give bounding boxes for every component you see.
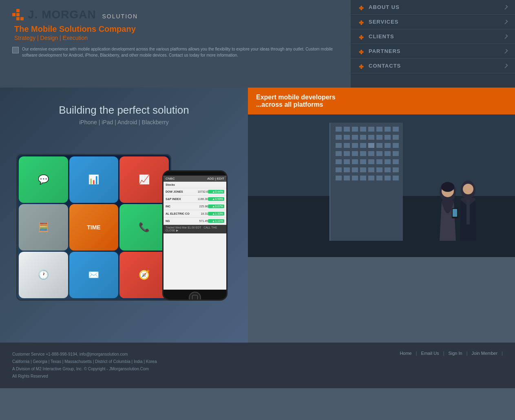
stock-buttons: ADD | EDIT	[207, 177, 224, 180]
svg-rect-43	[336, 167, 342, 172]
svg-rect-35	[336, 159, 342, 164]
footer-link-email[interactable]: Email Us	[421, 351, 439, 356]
footer-link-join[interactable]: Join Member	[472, 351, 498, 356]
svg-rect-46	[360, 167, 366, 172]
nav-arrow-about	[503, 5, 508, 9]
svg-rect-45	[352, 167, 358, 172]
svg-rect-48	[376, 167, 382, 172]
footer-sep-4: |	[502, 351, 503, 356]
stock-change-ng: ▲1.11%	[208, 219, 224, 223]
nav-item-services[interactable]: ✤ SERVICES	[351, 15, 515, 29]
stock-row-1: Stocks	[164, 182, 226, 188]
nav-item-contacts[interactable]: ✤ CONTACTS	[351, 59, 515, 73]
svg-rect-7	[368, 127, 374, 132]
svg-rect-69	[453, 209, 457, 217]
footer-sep-1: |	[416, 351, 417, 356]
stock-name-ng: NG	[166, 220, 190, 222]
nav-label-partners: PARTNERS	[369, 48, 401, 54]
tagline2: Strategy | Design | Execution	[14, 35, 338, 41]
svg-point-66	[463, 184, 473, 194]
svg-rect-22	[360, 143, 366, 148]
app-icon-compass: 🧭	[119, 252, 169, 298]
app-icon-map: 📊	[69, 156, 119, 203]
svg-rect-4	[344, 127, 350, 132]
svg-rect-54	[360, 176, 366, 180]
svg-rect-9	[385, 127, 391, 132]
main-nav: ✤ ABOUT US ✤ SERVICES ✤ CLIENTS ✤ PARTNE…	[351, 0, 515, 88]
nav-arrow-clients	[503, 34, 508, 39]
svg-rect-27	[336, 151, 342, 156]
logo-area: J. MORGAN SOLUTION	[12, 8, 338, 21]
svg-rect-67	[466, 200, 470, 224]
stock-row-ng: NG 571.45 ▲1.11%	[164, 218, 226, 225]
svg-rect-3	[336, 127, 342, 132]
stock-val-ng: 571.45	[190, 220, 208, 222]
svg-rect-10	[393, 127, 399, 132]
nav-item-about[interactable]: ✤ ABOUT US	[351, 0, 515, 15]
svg-rect-18	[393, 135, 399, 140]
nav-item-partners[interactable]: ✤ PARTNERS	[351, 44, 515, 59]
footer: Customer Service +1-888-998-9194, info@j…	[0, 343, 515, 388]
banner-title: Building the perfect solution	[12, 104, 236, 117]
footer-right: Home | Email Us | Sign In | Join Member …	[400, 351, 503, 356]
svg-rect-44	[344, 167, 350, 172]
svg-rect-17	[385, 135, 391, 140]
stock-val-dow: 10732.6	[190, 190, 208, 193]
nav-bullet-clients: ✤	[359, 34, 364, 39]
logo-name: J. MORGAN SOLUTION	[28, 8, 138, 21]
svg-rect-23	[368, 143, 374, 148]
home-button-icon	[192, 295, 198, 301]
svg-rect-25	[385, 143, 391, 148]
svg-rect-39	[368, 159, 374, 164]
app-icon-chart: 📈	[119, 156, 169, 203]
svg-rect-28	[344, 151, 350, 156]
building-image	[248, 114, 515, 257]
building-svg	[248, 114, 515, 257]
footer-link-signin[interactable]: Sign In	[448, 351, 462, 356]
logo-dots	[12, 9, 24, 20]
tablet-screen: 💬 📊 📈 🧮 TIME 📞 🕐 ✉️ 🧭	[18, 155, 170, 299]
stock-row-ge: AL ELECTRIC CO 18.31 ▲1.33%	[164, 210, 226, 218]
orange-banner: Expert mobile developers...across all pl…	[248, 88, 515, 114]
svg-rect-5	[352, 127, 358, 132]
svg-rect-24	[376, 143, 382, 148]
svg-rect-55	[368, 176, 374, 180]
svg-rect-26	[393, 143, 399, 148]
svg-rect-38	[360, 159, 366, 164]
stock-val-ge: 18.31	[190, 212, 208, 215]
app-icon-mail: ✉️	[69, 252, 119, 298]
main-content: Building the perfect solution iPhone | i…	[0, 88, 515, 343]
app-icon-calc: 🧮	[19, 204, 68, 251]
svg-rect-11	[336, 135, 342, 140]
stock-name-3: INC	[166, 205, 190, 208]
svg-rect-15	[368, 135, 374, 140]
footer-link-home[interactable]: Home	[400, 351, 411, 356]
svg-rect-13	[352, 135, 358, 140]
nav-label-contacts: CONTACTS	[369, 63, 401, 69]
stock-change-sp: ▲0.59%	[208, 197, 224, 201]
right-content: Expert mobile developers...across all pl…	[248, 88, 515, 343]
nav-label-about: ABOUT US	[369, 4, 400, 10]
svg-rect-33	[385, 151, 391, 156]
tablet-mock: 💬 📊 📈 🧮 TIME 📞 🕐 ✉️ 🧭	[16, 154, 171, 301]
stock-name-1: Stocks	[166, 183, 224, 186]
description-text: Our extensive experience with mobile app…	[22, 46, 338, 58]
banner-subtitle: iPhone | iPad | Android | Blackberry	[12, 119, 236, 125]
nav-item-clients[interactable]: ✤ CLIENTS	[351, 29, 515, 44]
nav-bullet-services: ✤	[359, 20, 364, 24]
footer-sep-3: |	[466, 351, 468, 356]
stock-change-3: ▲0.67%	[208, 205, 224, 208]
svg-rect-47	[368, 167, 374, 172]
gray-fill-area	[248, 257, 515, 343]
svg-rect-41	[385, 159, 391, 164]
nav-label-clients: CLIENTS	[369, 33, 394, 40]
svg-rect-57	[385, 176, 391, 180]
svg-rect-50	[393, 167, 399, 172]
cnbc-label: CNBC	[166, 177, 175, 180]
main-banner: Building the perfect solution iPhone | i…	[0, 88, 248, 343]
svg-rect-20	[344, 143, 350, 148]
svg-rect-12	[344, 135, 350, 140]
stock-val-sp: 1166.30	[190, 198, 208, 200]
phone-container: 💬 📊 📈 🧮 TIME 📞 🕐 ✉️ 🧭 CNBC ADD | EDIT	[12, 138, 236, 301]
svg-rect-6	[360, 127, 366, 132]
